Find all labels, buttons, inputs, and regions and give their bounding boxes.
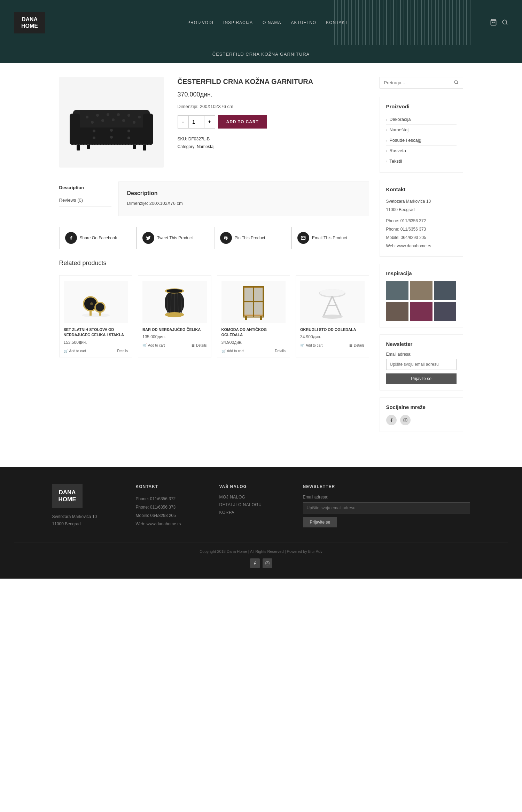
related-product-3-actions: 🛒 Add to cart ☰ Details bbox=[221, 349, 286, 353]
chevron-icon: › bbox=[386, 159, 388, 163]
product-section: ČESTERFILD CRNA KOŽNA GARNITURA 370.000д… bbox=[59, 77, 369, 168]
qty-minus-button[interactable]: - bbox=[178, 115, 189, 129]
svg-rect-33 bbox=[89, 310, 92, 316]
share-email-button[interactable]: Email This Product bbox=[291, 227, 369, 249]
nav-item-inspiracija[interactable]: INSPIRACIJA bbox=[223, 20, 253, 25]
sidebar-products-title: Proizvodi bbox=[386, 103, 457, 109]
related-product-2-add-to-cart[interactable]: 🛒 Add to cart bbox=[142, 343, 165, 347]
footer-copyright: Copyright 2018 Dana Home | All Rights Re… bbox=[14, 549, 508, 554]
sidebar-web: Web: www.danahome.rs bbox=[386, 242, 457, 250]
related-product-3-name: KOMODA OD ANTIČKOG OGLEDALA bbox=[221, 327, 286, 338]
nav-item-proizvodi[interactable]: PROIZVODI bbox=[187, 20, 213, 25]
product-title: ČESTERFILD CRNA KOŽNA GARNITURA bbox=[178, 77, 369, 86]
nav-item-o-nama[interactable]: O NAMA bbox=[263, 20, 281, 25]
footer-newsletter-title: NEWSLETTER bbox=[303, 484, 470, 489]
svg-point-15 bbox=[138, 116, 141, 118]
sidebar-kontakt-title: Kontakt bbox=[386, 186, 457, 192]
related-product-1: SET ZLATNIH STOLOVA OD NERĐAJUĆEG ČELIKA… bbox=[59, 275, 133, 357]
share-facebook-button[interactable]: Share On Facebook bbox=[59, 227, 137, 249]
related-product-2-details[interactable]: ☰ Details bbox=[192, 343, 207, 347]
search-icon[interactable] bbox=[502, 19, 508, 26]
footer-logo[interactable]: DANA HOME bbox=[52, 484, 83, 508]
related-product-2: BAR OD NERĐAJUĆEG ČELIKA 135.000дин. 🛒 A… bbox=[138, 275, 211, 357]
footer-newsletter-button[interactable]: Prijavite se bbox=[303, 517, 337, 527]
insp-cell-4[interactable] bbox=[386, 302, 409, 321]
footer-moj-nalog-link[interactable]: MOJ NALOG bbox=[219, 495, 289, 500]
cart-icon[interactable] bbox=[490, 19, 497, 27]
svg-point-44 bbox=[167, 289, 182, 293]
sidebar-facebook-icon[interactable] bbox=[386, 415, 397, 425]
footer-instagram-button[interactable] bbox=[263, 558, 272, 568]
table-set-illustration bbox=[78, 285, 113, 319]
related-product-4-add-to-cart[interactable]: 🛒 Add to cart bbox=[300, 343, 322, 347]
insp-cell-5[interactable] bbox=[410, 302, 433, 321]
sidebar-category-rasveta[interactable]: › Rasveta bbox=[386, 146, 457, 156]
footer-facebook-button[interactable] bbox=[250, 558, 260, 568]
svg-point-13 bbox=[117, 113, 120, 116]
svg-rect-54 bbox=[245, 316, 247, 320]
nav-item-kontakt[interactable]: KONTAKT bbox=[326, 20, 348, 25]
cart-small-icon: 🛒 bbox=[64, 349, 68, 353]
logo[interactable]: DANA HOME bbox=[14, 12, 45, 33]
sidebar-search-button[interactable] bbox=[450, 77, 463, 88]
related-product-3-price: 34.900дин. bbox=[221, 340, 286, 345]
svg-rect-4 bbox=[87, 144, 90, 149]
komoda-illustration bbox=[240, 283, 267, 321]
tab-content-description: Description Dimenzije: 200X102X76 cm bbox=[118, 181, 369, 216]
insp-cell-3[interactable] bbox=[434, 281, 457, 300]
related-product-1-add-to-cart[interactable]: 🛒 Add to cart bbox=[64, 349, 86, 353]
related-product-4-details[interactable]: ☰ Details bbox=[349, 343, 365, 347]
footer-grid: DANA HOME Svetozara Markovića 1011000 Be… bbox=[52, 484, 470, 528]
svg-rect-55 bbox=[260, 316, 262, 320]
svg-rect-65 bbox=[266, 562, 269, 565]
footer-detalji-link[interactable]: DETALJI O NALOGU bbox=[219, 502, 289, 507]
share-twitter-button[interactable]: Tweet This Product bbox=[137, 227, 214, 249]
sidebar-category-dekoracija[interactable]: › Dekoracija bbox=[386, 114, 457, 125]
footer-kontakt-info: Phone: 011/6356 372 Phone: 011/6356 373 … bbox=[136, 495, 205, 528]
tab-reviews[interactable]: Reviews (0) bbox=[59, 194, 111, 207]
sidebar-category-posude[interactable]: › Posuđe i escajg bbox=[386, 135, 457, 146]
footer-korpa-link[interactable]: KORPA bbox=[219, 510, 289, 515]
share-row: Share On Facebook Tweet This Product Pin… bbox=[59, 227, 369, 249]
insp-cell-6[interactable] bbox=[434, 302, 457, 321]
related-product-1-details[interactable]: ☰ Details bbox=[112, 349, 128, 353]
related-product-4-actions: 🛒 Add to cart ☰ Details bbox=[300, 343, 365, 347]
tab-content-text: Dimenzije: 200X102X76 cm bbox=[127, 201, 360, 206]
svg-point-14 bbox=[127, 114, 130, 117]
related-product-3-details[interactable]: ☰ Details bbox=[270, 349, 286, 353]
svg-point-20 bbox=[133, 121, 135, 124]
footer-col-kontakt: KONTAKT Phone: 011/6356 372 Phone: 011/6… bbox=[136, 484, 205, 528]
svg-point-23 bbox=[127, 130, 130, 132]
sidebar-category-tekstil[interactable]: › Tekstil bbox=[386, 156, 457, 166]
qty-plus-button[interactable]: + bbox=[204, 115, 215, 129]
add-to-cart-button[interactable]: ADD TO CART bbox=[218, 115, 267, 129]
nav-icons bbox=[490, 19, 508, 27]
svg-point-43 bbox=[165, 312, 184, 317]
nav-item-aktuelno[interactable]: AKTUELNO bbox=[291, 20, 316, 25]
tab-description[interactable]: Description bbox=[59, 181, 111, 194]
footer-vas-nalog-title: VAŠ NALOG bbox=[219, 484, 289, 489]
sidebar-newsletter-button[interactable]: Prijavite se bbox=[386, 373, 457, 384]
bar-illustration bbox=[159, 285, 190, 319]
svg-rect-9 bbox=[143, 114, 153, 145]
sidebar-instagram-icon[interactable] bbox=[400, 415, 411, 425]
related-product-4-name: OKRUGLI STO OD OGLEDALA bbox=[300, 327, 365, 332]
sidebar-mobile: Mobile: 064/8293 205 bbox=[386, 233, 457, 242]
sidebar-socijalne-title: Socijalne mreže bbox=[386, 404, 457, 410]
quantity-input[interactable] bbox=[189, 115, 204, 129]
related-product-3-add-to-cart[interactable]: 🛒 Add to cart bbox=[221, 349, 244, 353]
footer-newsletter-input[interactable] bbox=[303, 502, 470, 513]
footer-kontakt-title: KONTAKT bbox=[136, 484, 205, 489]
svg-point-32 bbox=[96, 303, 104, 311]
share-pinterest-button[interactable]: Pin This Product bbox=[214, 227, 292, 249]
sidebar-category-namestaj[interactable]: › Nameštaj bbox=[386, 125, 457, 135]
product-price: 370.000дин. bbox=[178, 91, 369, 98]
product-image bbox=[59, 77, 164, 168]
insp-cell-1[interactable] bbox=[386, 281, 409, 300]
sidebar-search-input[interactable] bbox=[380, 77, 450, 88]
breadcrumb: ČESTERFILD CRNA KOŽNA GARNITURA bbox=[0, 45, 522, 63]
insp-cell-2[interactable] bbox=[410, 281, 433, 300]
sidebar-newsletter-input[interactable] bbox=[386, 359, 457, 370]
product-dimensions: Dimenzije: 200X102X76 cm bbox=[178, 104, 369, 109]
quantity-row: - + ADD TO CART bbox=[178, 115, 369, 129]
